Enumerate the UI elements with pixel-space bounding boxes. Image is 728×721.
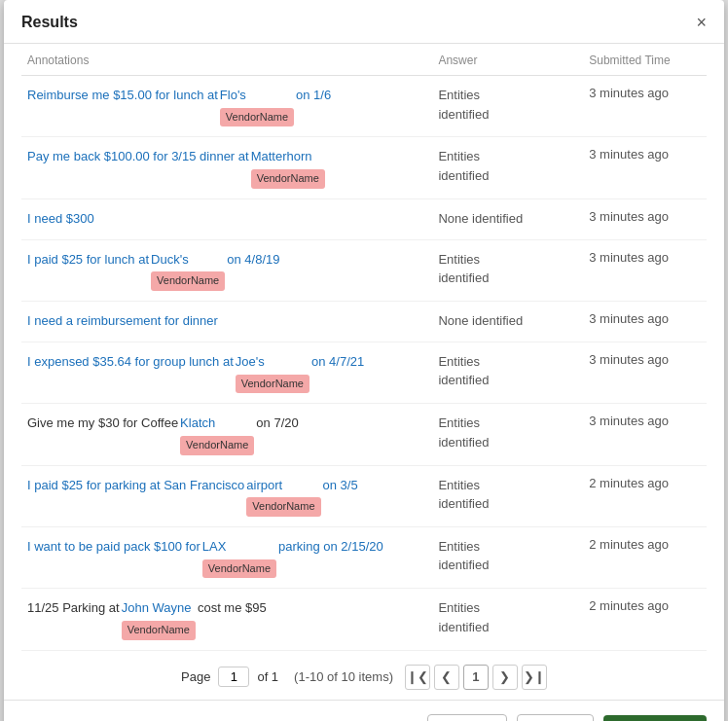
table-row: I need $300None identified3 minutes ago [21, 198, 707, 239]
annotation-text: I paid $25 for lunch at [27, 250, 149, 270]
time-text: 2 minutes ago [589, 476, 669, 490]
annotation-text: I paid $25 for parking at San Francisco [27, 476, 244, 496]
time-text: 2 minutes ago [589, 537, 669, 552]
answer-text: None identified [438, 211, 523, 226]
annotation-cell: I paid $25 for lunch at Duck'sVendorName… [21, 239, 432, 301]
accept-button[interactable]: Accept [427, 714, 507, 721]
modal-header: Results × [4, 0, 724, 44]
reject-button[interactable]: Reject [517, 714, 594, 721]
vendor-block: Joe'sVendorName [236, 352, 309, 393]
answer-text: Entitiesidentified [438, 252, 489, 286]
annotation-text: Duck's [151, 250, 189, 270]
first-page-button[interactable]: ❙❮ [405, 665, 430, 690]
answer-cell: Entitiesidentified [432, 137, 583, 198]
time-cell: 3 minutes ago [583, 137, 707, 198]
vendor-tag: VendorName [151, 271, 225, 291]
annotation-cell: I need a reimbursement for dinner [21, 301, 432, 342]
annotation-line: I expensed $35.64 for group lunch at Joe… [27, 352, 426, 393]
answer-cell: Entitiesidentified [432, 465, 583, 526]
annotation-text: on 4/7/21 [311, 352, 364, 373]
time-cell: 3 minutes ago [583, 301, 707, 342]
table-row: I need a reimbursement for dinnerNone id… [21, 301, 707, 342]
table-row: Give me my $30 for Coffee KlatchVendorNa… [21, 404, 707, 465]
answer-text: Entitiesidentified [438, 478, 489, 512]
answer-cell: Entitiesidentified [432, 404, 583, 465]
annotation-text: I expensed $35.64 for group lunch at [27, 352, 234, 373]
table-row: Reimburse me $15.00 for lunch at Flo'sVe… [21, 76, 707, 137]
annotation-line: I want to be paid pack $100 for LAXVendo… [27, 537, 426, 578]
results-modal: Results × Annotations Answer Submitted T… [4, 0, 724, 721]
annotation-text: Matterhorn [251, 147, 312, 167]
annotation-text: I need a reimbursement for dinner [27, 311, 218, 332]
annotation-text: on 1/6 [296, 86, 331, 106]
modal-footer: Accept Reject Download [4, 700, 724, 721]
answer-cell: Entitiesidentified [432, 526, 583, 588]
vendor-block: airportVendorName [246, 476, 320, 517]
page-input[interactable] [218, 667, 249, 687]
annotation-cell: I expensed $35.64 for group lunch at Joe… [21, 342, 432, 403]
time-cell: 2 minutes ago [583, 465, 707, 526]
annotation-text: on 7/20 [256, 414, 298, 434]
time-cell: 3 minutes ago [583, 198, 707, 239]
modal-body: Annotations Answer Submitted Time Reimbu… [4, 44, 724, 651]
vendor-tag: VendorName [202, 559, 276, 579]
answer-text: None identified [438, 313, 523, 328]
annotation-text: I want to be paid pack $100 for [27, 537, 200, 558]
results-table: Annotations Answer Submitted Time Reimbu… [21, 44, 707, 651]
table-row: I want to be paid pack $100 for LAXVendo… [21, 526, 707, 588]
vendor-block: KlatchVendorName [180, 414, 254, 454]
download-button[interactable]: Download [603, 715, 707, 721]
annotation-text: Joe's [236, 352, 265, 373]
vendor-tag: VendorName [236, 375, 309, 394]
vendor-tag: VendorName [220, 108, 294, 127]
answer-text: Entitiesidentified [438, 88, 489, 122]
vendor-block: John WayneVendorName [122, 598, 196, 639]
vendor-block: LAXVendorName [202, 537, 276, 578]
annotation-cell: Pay me back $100.00 for 3/15 dinner at M… [21, 137, 432, 198]
time-text: 3 minutes ago [589, 352, 669, 367]
annotation-line: I paid $25 for parking at San Francisco … [27, 476, 426, 517]
answer-cell: Entitiesidentified [432, 589, 583, 650]
prev-page-button[interactable]: ❮ [434, 665, 459, 690]
table-row: I expensed $35.64 for group lunch at Joe… [21, 342, 707, 403]
next-page-button[interactable]: ❯ [492, 665, 518, 690]
table-header-row: Annotations Answer Submitted Time [21, 44, 707, 76]
answer-text: Entitiesidentified [438, 600, 489, 634]
annotation-cell: 11/25 Parking at John WayneVendorName co… [21, 589, 432, 650]
annotation-text: Klatch [180, 414, 215, 434]
annotation-text: Pay me back $100.00 for 3/15 dinner at [27, 147, 249, 167]
count-label: (1-10 of 10 items) [294, 669, 393, 684]
table-row: Pay me back $100.00 for 3/15 dinner at M… [21, 137, 707, 198]
time-text: 3 minutes ago [589, 311, 669, 326]
table-row: I paid $25 for parking at San Francisco … [21, 465, 707, 526]
annotation-text: on 3/5 [323, 476, 358, 496]
time-text: 2 minutes ago [589, 598, 669, 613]
time-text: 3 minutes ago [589, 414, 669, 428]
answer-text: Entitiesidentified [438, 149, 489, 183]
time-text: 3 minutes ago [589, 147, 669, 162]
annotation-line: 11/25 Parking at John WayneVendorName co… [27, 598, 426, 639]
table-row: 11/25 Parking at John WayneVendorName co… [21, 589, 707, 650]
annotation-line: I paid $25 for lunch at Duck'sVendorName… [27, 250, 426, 291]
of-label: of 1 [257, 669, 278, 684]
answer-cell: None identified [432, 198, 583, 239]
answer-cell: Entitiesidentified [432, 342, 583, 403]
close-button[interactable]: × [696, 14, 707, 31]
answer-text: Entitiesidentified [438, 354, 489, 388]
annotation-line: I need a reimbursement for dinner [27, 311, 426, 332]
vendor-block: Flo'sVendorName [220, 86, 294, 126]
annotation-text: 11/25 Parking at [27, 598, 120, 619]
vendor-tag: VendorName [246, 497, 320, 517]
annotation-line: Give me my $30 for Coffee KlatchVendorNa… [27, 414, 426, 454]
annotation-cell: I want to be paid pack $100 for LAXVendo… [21, 526, 432, 588]
page-1-button[interactable]: 1 [463, 665, 489, 690]
last-page-button[interactable]: ❯❙ [522, 665, 547, 690]
annotation-line: Pay me back $100.00 for 3/15 dinner at M… [27, 147, 426, 188]
header-answer: Answer [432, 44, 583, 76]
time-cell: 3 minutes ago [583, 239, 707, 301]
vendor-tag: VendorName [122, 621, 196, 640]
vendor-tag: VendorName [180, 436, 254, 455]
annotation-cell: I paid $25 for parking at San Francisco … [21, 465, 432, 526]
page-label: Page [181, 669, 210, 684]
answer-cell: Entitiesidentified [432, 239, 583, 301]
